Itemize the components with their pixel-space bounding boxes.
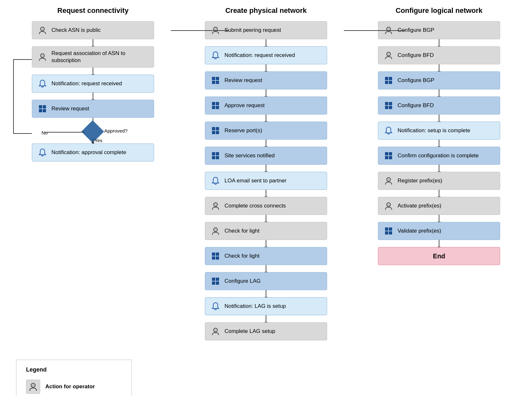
node-text: Notification: LAG is setup xyxy=(225,303,322,310)
svg-rect-4 xyxy=(39,105,42,108)
arrow xyxy=(266,290,266,297)
arrow xyxy=(266,39,266,46)
arrow xyxy=(266,140,266,147)
node-text: Reserve port(s) xyxy=(225,127,322,134)
windows-icon xyxy=(383,151,394,161)
svg-rect-50 xyxy=(385,106,388,109)
node-configure-lag: Configure LAG xyxy=(205,272,327,290)
arrow xyxy=(439,165,439,172)
svg-rect-47 xyxy=(389,81,392,84)
node-configure-bfd-2: Configure BFD xyxy=(378,97,500,115)
arrow xyxy=(266,265,266,272)
node-confirm-configuration: Confirm configuration is complete xyxy=(378,147,500,165)
svg-rect-14 xyxy=(212,102,215,105)
svg-rect-55 xyxy=(389,156,392,159)
person-icon xyxy=(383,50,394,60)
column-create-physical-network: Submit peering request Notification: req… xyxy=(188,21,344,340)
arrow xyxy=(266,240,266,247)
svg-point-1 xyxy=(41,27,44,31)
arrow xyxy=(93,39,93,46)
svg-rect-10 xyxy=(212,77,215,80)
bell-icon xyxy=(210,50,221,60)
arrow xyxy=(439,115,439,122)
svg-rect-34 xyxy=(212,278,215,281)
arrow xyxy=(266,165,266,172)
node-notification-request: Notification: request received xyxy=(32,75,154,93)
node-request-association: Request association of ASN to subscripti… xyxy=(32,46,154,68)
node-reserve-ports: Reserve port(s) xyxy=(205,122,327,140)
columns-body: Check ASN is public Request association … xyxy=(6,21,526,340)
node-activate-prefixes: Activate prefix(es) xyxy=(378,197,500,215)
windows-icon xyxy=(210,125,221,136)
svg-rect-18 xyxy=(212,127,215,130)
arrow xyxy=(439,190,439,197)
node-notification-approval: Notification: approval complete xyxy=(32,143,154,161)
node-text: Configure BGP xyxy=(398,27,495,34)
svg-rect-60 xyxy=(385,227,388,231)
arrow xyxy=(439,240,439,247)
svg-point-42 xyxy=(387,52,390,56)
node-text: LOA email sent to partner xyxy=(225,177,322,184)
windows-icon xyxy=(383,75,394,86)
arrow xyxy=(439,39,439,46)
node-text: Complete LAG setup xyxy=(225,328,322,335)
windows-icon xyxy=(210,151,221,161)
node-setup-complete-notification: Notification: setup is complete xyxy=(378,122,500,140)
node-site-services: Site services notified xyxy=(205,147,327,165)
bell-icon xyxy=(37,147,48,158)
node-text: Configure BFD xyxy=(398,102,495,109)
svg-rect-37 xyxy=(216,281,219,285)
windows-icon xyxy=(210,276,221,286)
svg-rect-17 xyxy=(216,106,219,109)
node-text: End xyxy=(383,252,495,260)
arrow xyxy=(93,93,93,100)
svg-point-26 xyxy=(214,203,217,206)
svg-rect-49 xyxy=(389,102,392,105)
node-text: Check for light xyxy=(225,227,322,235)
node-end: End xyxy=(378,247,500,265)
legend-icon-operator xyxy=(26,380,40,394)
svg-rect-12 xyxy=(212,81,215,84)
node-text: Site services notified xyxy=(225,152,322,159)
svg-rect-53 xyxy=(389,152,392,155)
arrow xyxy=(266,315,266,322)
person-icon xyxy=(210,326,221,336)
arrow xyxy=(93,68,93,75)
svg-rect-61 xyxy=(389,227,392,231)
svg-point-28 xyxy=(214,228,217,231)
node-configure-bfd-1: Configure BFD xyxy=(378,46,500,64)
arrow xyxy=(439,64,439,71)
svg-rect-6 xyxy=(39,109,42,112)
svg-point-64 xyxy=(32,383,35,387)
arrow xyxy=(266,115,266,122)
no-label: No xyxy=(41,130,48,135)
svg-rect-44 xyxy=(385,77,388,80)
svg-rect-23 xyxy=(216,152,219,155)
node-text: Notification: setup is complete xyxy=(398,127,495,134)
yes-label: Yes xyxy=(95,138,102,143)
node-text: Activate prefix(es) xyxy=(398,202,495,209)
node-text: Review request xyxy=(51,105,149,112)
svg-point-58 xyxy=(387,203,390,206)
node-text: Configure LAG xyxy=(225,278,322,285)
bell-icon xyxy=(210,176,221,186)
svg-rect-46 xyxy=(385,81,388,84)
svg-rect-31 xyxy=(216,253,219,256)
svg-rect-24 xyxy=(212,156,215,159)
node-text: Confirm configuration is complete xyxy=(398,152,495,159)
col-header-3: Configure logical network xyxy=(353,6,525,15)
node-text: Notification: approval complete xyxy=(51,149,149,156)
person-icon xyxy=(37,25,48,35)
windows-icon xyxy=(210,251,221,261)
node-text: Register prefix(es) xyxy=(398,177,495,184)
node-review-request-2: Review request xyxy=(205,71,327,89)
svg-rect-32 xyxy=(212,256,215,260)
svg-rect-48 xyxy=(385,102,388,105)
arrow xyxy=(266,89,266,97)
node-text: Check for light xyxy=(225,253,322,260)
node-loa-email: LOA email sent to partner xyxy=(205,172,327,190)
node-review-request: Review request xyxy=(32,100,154,118)
node-register-prefixes: Register prefix(es) xyxy=(378,172,500,190)
node-text: Notification: request received xyxy=(225,52,322,59)
node-text: Complete cross connects xyxy=(225,202,322,209)
